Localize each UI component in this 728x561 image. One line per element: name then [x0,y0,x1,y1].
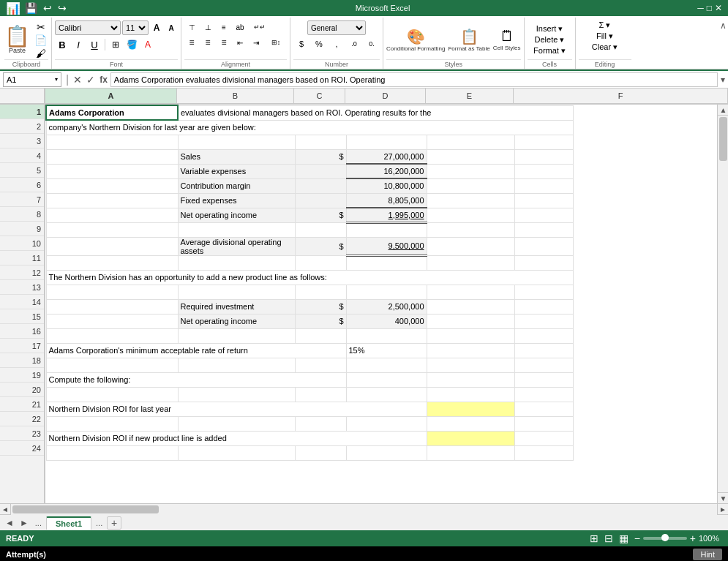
cell-F8[interactable] [514,208,573,222]
zoom-slider-track[interactable] [643,537,687,540]
cell-A20[interactable] [46,387,178,402]
cell-D4[interactable]: 27,000,000 [346,149,427,164]
row-num-14[interactable]: 14 [0,295,44,309]
paste-button[interactable]: 📋 [4,26,30,47]
format-table-btn[interactable]: 📋 Format as Table [448,28,489,53]
cell-F3[interactable] [514,135,573,149]
cell-C16[interactable] [295,328,346,343]
cell-C20[interactable] [295,387,346,402]
cell-D16[interactable] [346,328,427,343]
cell-A9[interactable] [46,222,178,237]
cell-C7[interactable] [295,193,346,208]
col-header-A[interactable]: A [45,89,177,103]
row-num-6[interactable]: 6 [0,178,44,192]
row-num-19[interactable]: 19 [0,368,44,383]
cell-E5[interactable] [427,164,514,178]
cell-F6[interactable] [514,178,573,193]
orientation-btn[interactable]: ab [233,20,247,34]
hscroll-left-arrow[interactable]: ◄ [0,504,11,515]
col-header-D[interactable]: D [345,89,426,103]
minimize-btn[interactable]: ─ [697,3,704,13]
cell-E24[interactable] [427,445,514,460]
currency-btn[interactable]: $ [293,37,309,50]
autosum-btn[interactable]: Σ ▾ [599,20,611,30]
cell-D24[interactable] [346,445,427,460]
format-cells-btn[interactable]: Format ▾ [533,46,566,56]
normal-view-btn[interactable]: ⊞ [590,532,598,544]
row-num-12[interactable]: 12 [0,266,44,280]
dec-decrease-btn[interactable]: 0. [364,37,380,50]
cell-F17[interactable] [514,343,573,358]
formula-expand-btn[interactable]: ▾ [721,75,725,85]
cell-D18[interactable] [346,358,427,372]
conditional-formatting-btn[interactable]: 🎨 Conditional Formatting [386,28,445,53]
row-num-20[interactable]: 20 [0,383,44,397]
row-num-4[interactable]: 4 [0,148,44,163]
cell-F10[interactable] [514,237,573,255]
cell-E14[interactable] [427,299,514,314]
col-header-F[interactable]: F [514,89,728,103]
cell-B7[interactable]: Fixed expenses [178,193,295,208]
cell-B15[interactable]: Net operating income [178,314,295,328]
cell-A12[interactable]: The Northern Division has an opportunity… [46,270,573,285]
italic-btn[interactable]: I [71,37,86,52]
cell-F11[interactable] [514,255,573,270]
cell-D11[interactable] [346,255,427,270]
cell-C8[interactable]: $ [295,208,346,222]
cell-C15[interactable]: $ [295,314,346,328]
row-num-10[interactable]: 10 [0,236,44,251]
cell-E3[interactable] [427,135,514,149]
cell-A1[interactable]: Adams Corporation [46,105,178,120]
close-btn[interactable]: ✕ [715,3,722,13]
cell-D6[interactable]: 10,800,000 [346,178,427,193]
cell-F7[interactable] [514,193,573,208]
insert-cells-btn[interactable]: Insert ▾ [536,24,563,34]
hscroll-right-arrow[interactable]: ► [717,504,728,515]
cell-B24[interactable] [178,445,295,460]
clear-btn[interactable]: Clear ▾ [592,42,618,52]
cell-E9[interactable] [427,222,514,237]
cell-D17[interactable]: 15% [346,343,427,358]
font-shrink-btn[interactable]: A [165,20,178,35]
cell-A7[interactable] [46,193,178,208]
format-painter-btn[interactable]: 🖌 [33,48,48,59]
cell-F15[interactable] [514,314,573,328]
font-grow-btn[interactable]: A [150,20,163,35]
col-header-C[interactable]: C [294,89,345,103]
font-size-select[interactable]: 11 [122,20,149,35]
vscroll-thumb[interactable] [719,117,727,161]
col-header-B[interactable]: B [177,89,294,103]
row-num-5[interactable]: 5 [0,163,44,178]
row-num-18[interactable]: 18 [0,353,44,368]
align-right-btn[interactable]: ≡ [217,36,231,49]
merge-center-btn[interactable]: ⊞↕ [265,36,287,49]
cell-styles-btn[interactable]: 🗒 Cell Styles [493,28,521,52]
row-num-15[interactable]: 15 [0,309,44,324]
cell-E17[interactable] [427,343,514,358]
font-name-select[interactable]: Calibri [55,20,121,35]
border-btn[interactable]: ⊞ [108,37,123,52]
cell-D5[interactable]: 16,200,000 [346,164,427,178]
cell-F19[interactable] [514,372,573,387]
cut-btn[interactable]: ✂ [33,21,48,33]
cell-D7[interactable]: 8,805,000 [346,193,427,208]
cell-C18[interactable] [295,358,346,372]
vscroll-down-arrow[interactable]: ▼ [718,492,728,503]
cell-B18[interactable] [178,358,295,372]
cell-A23[interactable]: Northern Division ROI if new product lin… [46,431,427,445]
cell-A5[interactable] [46,164,178,178]
cell-F23[interactable] [514,431,573,445]
cell-F24[interactable] [514,445,573,460]
sheet-tab-1[interactable]: Sheet1 [46,516,91,530]
number-format-select[interactable]: General [307,20,366,35]
decrease-indent-btn[interactable]: ⇤ [233,36,247,49]
cell-A6[interactable] [46,178,178,193]
cell-E19[interactable] [427,372,514,387]
row-num-17[interactable]: 17 [0,339,44,353]
cell-D10[interactable]: 9,500,000 [346,237,427,255]
row-num-24[interactable]: 24 [0,441,44,456]
row-num-22[interactable]: 22 [0,412,44,426]
cell-C9[interactable] [295,222,346,237]
cell-D3[interactable] [346,135,427,149]
cell-E23[interactable] [427,431,514,445]
